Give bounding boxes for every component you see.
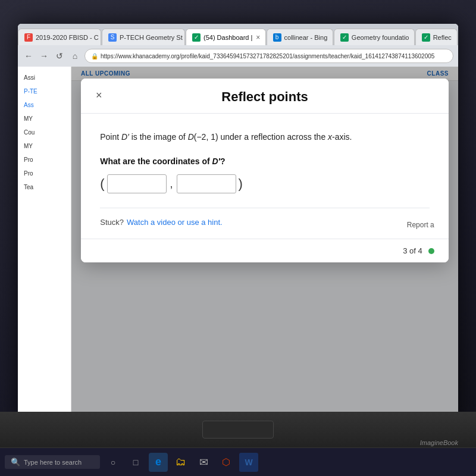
comma-separator: , [170, 178, 173, 190]
tab-favicon-fbisd: F [24, 33, 33, 42]
y-coordinate-input[interactable] [177, 174, 236, 193]
sidebar-item-my1[interactable]: MY [21, 112, 67, 125]
laptop-bezel [0, 412, 476, 447]
coordinate-input-row: ( , ) [100, 174, 430, 193]
tab-fbisd[interactable]: F 2019-2020 FBISD - C [18, 29, 101, 45]
tab-label-bing: collinear - Bing [284, 34, 328, 41]
tab-reflect[interactable]: ✓ Reflec [415, 29, 458, 45]
main-content: ALL UPCOMING CLASS × Reflect points Poin… [71, 67, 458, 428]
tab-favicon-bing: b [273, 33, 281, 42]
taskbar-task-view[interactable]: □ [126, 453, 145, 472]
sidebar-item-ass[interactable]: Ass [21, 99, 67, 111]
modal-reflect-points: × Reflect points Point D′ is the image o… [81, 79, 449, 262]
taskbar-word[interactable]: W [239, 453, 258, 472]
imaginebook-label: ImagineBook [420, 439, 458, 446]
touchpad[interactable] [202, 421, 274, 439]
taskbar: 🔍 Type here to search ○ □ e 🗂 ✉ ⬡ W [0, 447, 476, 476]
address-url: https://www.khanacademy.org/profile/kaid… [101, 53, 434, 60]
x-coordinate-input[interactable] [107, 174, 167, 193]
tab-label-ptech: P-TECH Geometry St [120, 34, 183, 41]
tab-close-dashboard[interactable]: × [256, 33, 260, 42]
tab-label-fbisd: 2019-2020 FBISD - C [36, 34, 99, 41]
back-button[interactable]: ← [23, 50, 35, 62]
tab-ptech[interactable]: S P-TECH Geometry St [102, 29, 185, 45]
tab-bar: F 2019-2020 FBISD - C S P-TECH Geometry … [18, 24, 458, 45]
stuck-label: Stuck? [100, 218, 124, 227]
address-bar-row: ← → ↺ ⌂ 🔒 https://www.khanacademy.org/pr… [18, 45, 458, 67]
sidebar-item-pte[interactable]: P-TE [21, 85, 67, 98]
taskbar-office[interactable]: ⬡ [217, 453, 236, 472]
modal-body: Point D′ is the image of D(−2, 1) under … [81, 114, 449, 239]
taskbar-search[interactable]: 🔍 Type here to search [5, 455, 100, 469]
taskbar-mail[interactable]: ✉ [194, 453, 213, 472]
modal-header: × Reflect points [81, 79, 449, 114]
progress-text: 3 of 4 [403, 246, 422, 255]
address-box[interactable]: 🔒 https://www.khanacademy.org/profile/ka… [84, 49, 453, 63]
modal-divider [100, 208, 430, 208]
modal-overlay: × Reflect points Point D′ is the image o… [71, 67, 458, 428]
sidebar-item-assi[interactable]: Assi [21, 71, 67, 84]
tab-label-dashboard: (54) Dashboard | [203, 34, 252, 41]
tab-favicon-reflect: ✓ [422, 33, 430, 42]
browser-content: Assi P-TE Ass MY Cou MY Pro Pro Tea ALL … [18, 67, 458, 428]
home-button[interactable]: ⌂ [69, 50, 81, 62]
progress-dot [428, 248, 434, 254]
browser-chrome: F 2019-2020 FBISD - C S P-TECH Geometry … [18, 24, 458, 67]
modal-close-button[interactable]: × [90, 87, 107, 104]
modal-title: Reflect points [95, 89, 434, 105]
tab-geometry[interactable]: ✓ Geometry foundatio [334, 29, 415, 45]
sidebar-item-tea[interactable]: Tea [21, 181, 67, 193]
tab-favicon-geometry: ✓ [340, 33, 349, 42]
sidebar-item-pro1[interactable]: Pro [21, 154, 67, 166]
laptop-screen: F 2019-2020 FBISD - C S P-TECH Geometry … [18, 24, 458, 428]
modal-footer: 3 of 4 [81, 239, 449, 262]
problem-statement: Point D′ is the image of D(−2, 1) under … [100, 130, 430, 143]
report-link[interactable]: Report a [407, 221, 434, 229]
search-icon: 🔍 [11, 458, 20, 466]
open-paren: ( [100, 176, 104, 192]
taskbar-edge[interactable]: e [149, 453, 168, 472]
lock-icon: 🔒 [91, 53, 98, 60]
taskbar-cortana[interactable]: ○ [104, 453, 123, 472]
reload-button[interactable]: ↺ [54, 50, 65, 62]
sidebar-item-pro2[interactable]: Pro [21, 167, 67, 180]
tab-dashboard[interactable]: ✓ (54) Dashboard | × [186, 29, 266, 45]
tab-bing[interactable]: b collinear - Bing [267, 29, 333, 45]
stuck-row: Stuck? Watch a video or use a hint. [100, 218, 430, 227]
tab-favicon-dashboard: ✓ [192, 33, 201, 42]
tab-label-geometry: Geometry foundatio [352, 34, 409, 41]
sidebar-item-cou[interactable]: Cou [21, 126, 67, 139]
close-paren: ) [239, 176, 243, 192]
taskbar-explorer[interactable]: 🗂 [171, 453, 190, 472]
sidebar: Assi P-TE Ass MY Cou MY Pro Pro Tea [18, 67, 71, 428]
sidebar-item-my2[interactable]: MY [21, 140, 67, 152]
question-label: What are the coordinates of D′? [100, 156, 430, 166]
tab-label-reflect: Reflec [433, 34, 452, 41]
tab-favicon-ptech: S [108, 33, 117, 42]
taskbar-search-label: Type here to search [24, 459, 82, 466]
help-link[interactable]: Watch a video or use a hint. [127, 218, 223, 227]
forward-button[interactable]: → [38, 50, 50, 62]
